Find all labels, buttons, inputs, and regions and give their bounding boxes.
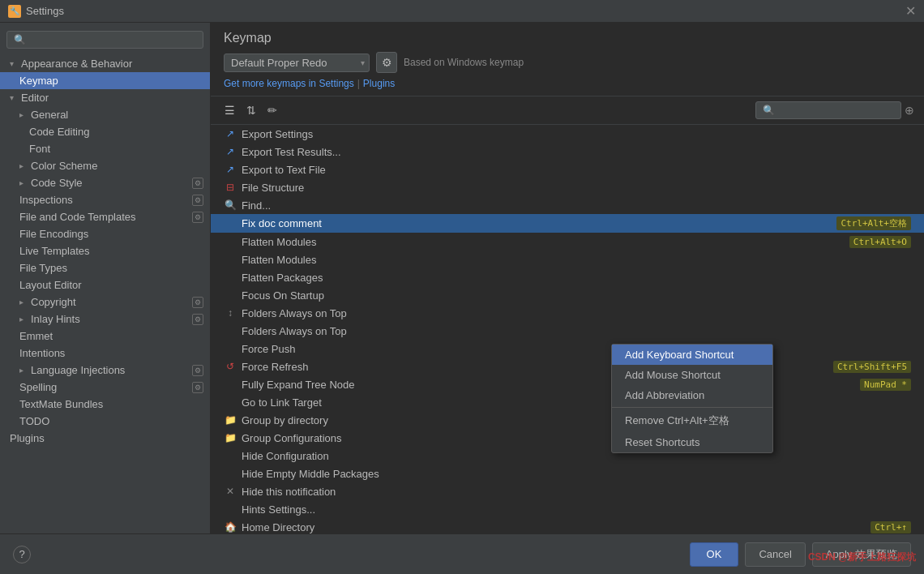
link-separator: | <box>357 78 360 89</box>
keymap-item-export-test-results[interactable]: ↗ Export Test Results... <box>211 143 924 161</box>
context-menu-item-reset-shortcuts[interactable]: Reset Shortcuts <box>612 432 772 452</box>
sidebar-item-intentions[interactable]: Intentions <box>0 345 210 362</box>
bottom-bar: ? OK Cancel Apply 效果预览 <box>0 533 924 574</box>
context-menu-item-add-mouse-shortcut[interactable]: Add Mouse Shortcut <box>612 365 772 385</box>
sidebar-item-todo[interactable]: TODO <box>0 413 210 430</box>
chevron-icon <box>19 161 28 170</box>
shortcut-badge: Ctrl+Alt+O <box>849 236 911 248</box>
keymap-item-fully-expand[interactable]: Fully Expand Tree Node NumPad * <box>211 375 924 393</box>
sidebar-item-file-code-templates[interactable]: File and Code Templates ⚙ <box>0 208 210 225</box>
keymap-item-folders-top-2[interactable]: Folders Always on Top <box>211 322 924 340</box>
keymap-gear-button[interactable]: ⚙ <box>376 52 397 73</box>
find-action-icon[interactable]: ⊕ <box>905 104 914 117</box>
keymap-item-group-configurations[interactable]: 📁 Group Configurations <box>211 429 924 447</box>
keymap-item-export-settings[interactable]: ↗ Export Settings <box>211 125 924 143</box>
sidebar-item-file-types[interactable]: File Types <box>0 259 210 276</box>
context-menu-item-remove-shortcut[interactable]: Remove Ctrl+Alt+空格 <box>612 409 772 432</box>
item-icon <box>224 217 237 230</box>
keymap-item-flatten-modules-1[interactable]: Flatten Modules Ctrl+Alt+O <box>211 233 924 251</box>
sidebar-item-label: Copyright <box>31 296 76 308</box>
get-more-keymaps-link[interactable]: Get more keymaps in Settings <box>224 78 354 89</box>
sidebar-item-label: Inspections <box>19 194 73 206</box>
keymap-item-group-by-directory[interactable]: 📁 Group by directory <box>211 411 924 429</box>
close-button[interactable]: ✕ <box>905 5 916 18</box>
keymap-item-force-push[interactable]: Force Push <box>211 340 924 358</box>
sidebar-item-spelling[interactable]: Spelling ⚙ <box>0 379 210 396</box>
sidebar-badge: ⚙ <box>192 195 203 206</box>
ok-button[interactable]: OK <box>690 542 739 567</box>
keymap-item-hide-empty-middle[interactable]: Hide Empty Middle Packages <box>211 465 924 482</box>
sidebar-search-input[interactable] <box>6 31 203 49</box>
close-icon: ✕ <box>224 485 237 498</box>
collapse-all-button[interactable]: ☰ <box>220 101 239 119</box>
export-icon: ↗ <box>224 127 237 140</box>
sidebar-item-code-editing[interactable]: Code Editing <box>0 123 210 140</box>
sidebar-item-copyright[interactable]: Copyright ⚙ <box>0 293 210 311</box>
sidebar-item-file-encodings[interactable]: File Encodings <box>0 225 210 242</box>
sidebar-item-color-scheme[interactable]: Color Scheme <box>0 157 210 174</box>
keymap-dropdown[interactable]: Default Proper Redo Default Eclipse Emac… <box>224 54 370 72</box>
help-button[interactable]: ? <box>13 546 31 563</box>
item-icon <box>224 467 237 480</box>
keymap-item-go-to-link-target[interactable]: Go to Link Target <box>211 393 924 411</box>
export-icon: ↗ <box>224 145 237 158</box>
context-menu-item-add-keyboard-shortcut[interactable]: Add Keyboard Shortcut <box>612 345 772 365</box>
keymap-item-hide-configuration[interactable]: Hide Configuration <box>211 447 924 465</box>
sidebar-item-textmate-bundles[interactable]: TextMate Bundles <box>0 396 210 413</box>
keymap-item-fix-doc-comment[interactable]: Fix doc comment Ctrl+Alt+空格 <box>211 214 924 233</box>
sidebar-item-layout-editor[interactable]: Layout Editor <box>0 276 210 293</box>
file-structure-icon: ⊟ <box>224 181 237 194</box>
keymap-list: ↗ Export Settings ↗ Export Test Results.… <box>211 125 924 533</box>
keymap-item-flatten-packages[interactable]: Flatten Packages <box>211 268 924 286</box>
keymap-item-hints-settings[interactable]: Hints Settings... <box>211 500 924 518</box>
sidebar-item-general[interactable]: General <box>0 106 210 123</box>
sidebar-item-label: Color Scheme <box>31 160 97 172</box>
sidebar-item-live-templates[interactable]: Live Templates <box>0 242 210 259</box>
sidebar-item-inlay-hints[interactable]: Inlay Hints ⚙ <box>0 311 210 328</box>
keymap-search-input[interactable] <box>755 101 901 119</box>
context-menu-item-add-abbreviation[interactable]: Add Abbreviation <box>612 385 772 405</box>
keymap-item-flatten-modules-2[interactable]: Flatten Modules <box>211 251 924 268</box>
sidebar-item-inspections[interactable]: Inspections ⚙ <box>0 191 210 208</box>
sidebar-item-label: Code Editing <box>29 126 89 138</box>
shortcut-badge: Ctrl+Alt+空格 <box>836 216 911 230</box>
sidebar-item-emmet[interactable]: Emmet <box>0 328 210 345</box>
sidebar-item-appearance[interactable]: Appearance & Behavior <box>0 55 210 72</box>
sidebar-item-code-style[interactable]: Code Style ⚙ <box>0 174 210 191</box>
home-icon: 🏠 <box>224 520 237 533</box>
plugins-link[interactable]: Plugins <box>363 78 395 89</box>
sidebar-item-keymap[interactable]: Keymap <box>0 72 210 89</box>
toolbar-left: ☰ ⇅ ✏ <box>220 101 281 119</box>
keymap-item-focus-on-startup[interactable]: Focus On Startup <box>211 286 924 304</box>
app-icon: 🔧 <box>8 5 21 18</box>
sidebar-item-label: File and Code Templates <box>19 211 136 223</box>
sidebar-item-font[interactable]: Font <box>0 140 210 157</box>
sidebar-item-label: Plugins <box>10 432 45 444</box>
item-icon <box>224 235 237 248</box>
title-bar: 🔧 Settings ✕ <box>0 0 924 23</box>
expand-all-button[interactable]: ⇅ <box>242 101 260 119</box>
sidebar-item-plugins[interactable]: Plugins <box>0 430 210 447</box>
keymap-item-home-directory[interactable]: 🏠 Home Directory Ctrl+↑ <box>211 518 924 533</box>
item-icon <box>224 396 237 409</box>
keymap-item-force-refresh[interactable]: ↺ Force Refresh Ctrl+Shift+F5 <box>211 358 924 375</box>
item-icon <box>224 503 237 516</box>
keymap-item-export-to-text[interactable]: ↗ Export to Text File <box>211 161 924 178</box>
sidebar: Appearance & Behavior Keymap Editor Gene… <box>0 23 211 533</box>
keymap-toolbar: ☰ ⇅ ✏ ⊕ <box>211 96 924 125</box>
cancel-button[interactable]: Cancel <box>745 542 805 567</box>
chevron-icon <box>10 59 18 68</box>
sidebar-item-editor[interactable]: Editor <box>0 89 210 106</box>
keymap-item-find[interactable]: 🔍 Find... <box>211 196 924 214</box>
item-icon <box>224 378 237 391</box>
sidebar-item-language-injections[interactable]: Language Injections ⚙ <box>0 362 210 379</box>
keymap-item-hide-notification[interactable]: ✕ Hide this notification <box>211 482 924 500</box>
item-icon <box>224 253 237 266</box>
keymap-item-folders-top-1[interactable]: ↕ Folders Always on Top <box>211 304 924 322</box>
keymap-dropdown-wrapper: Default Proper Redo Default Eclipse Emac… <box>224 54 370 72</box>
sidebar-badge: ⚙ <box>192 297 203 308</box>
context-menu: Add Keyboard Shortcut Add Mouse Shortcut… <box>611 344 773 453</box>
edit-button[interactable]: ✏ <box>263 101 281 119</box>
folder-icon: 📁 <box>224 431 237 444</box>
keymap-item-file-structure[interactable]: ⊟ File Structure <box>211 178 924 196</box>
